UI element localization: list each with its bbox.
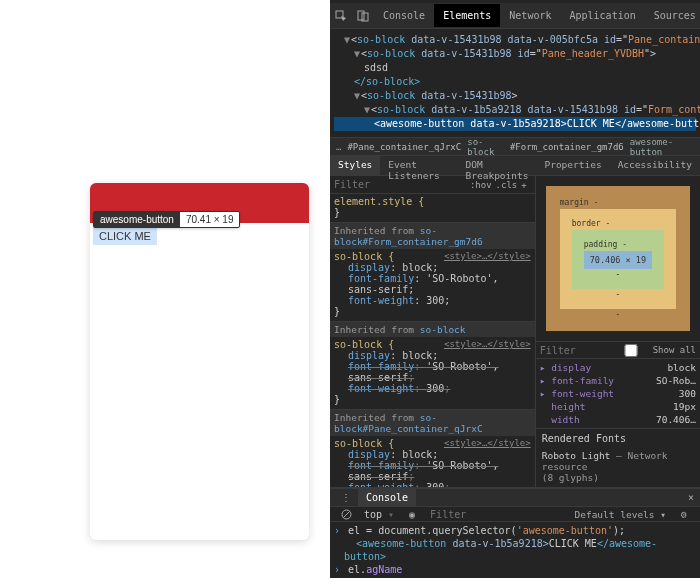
clear-console-icon[interactable] bbox=[339, 507, 353, 521]
tooltip-tag: awesome-button bbox=[94, 212, 180, 227]
box-model: margin - border - padding - 70.406 × 19 … bbox=[536, 176, 700, 341]
drawer-tab-console[interactable]: Console bbox=[358, 489, 416, 506]
subtab-properties[interactable]: Properties bbox=[536, 156, 609, 175]
show-all-checkbox[interactable]: Show all bbox=[611, 344, 696, 357]
page-viewport: sdsd CLICK ME bbox=[0, 0, 330, 578]
subtab-dom-bp[interactable]: DOM Breakpoints bbox=[458, 156, 537, 175]
drawer-kebab-icon[interactable]: ⋮ bbox=[339, 491, 353, 505]
tab-network[interactable]: Network bbox=[500, 4, 560, 27]
dom-tree[interactable]: ▼<so-block data-v-15431b98 data-v-005bfc… bbox=[330, 29, 700, 138]
computed-list: ▸ displayblock ▸ font-familySO-Rob… ▸ fo… bbox=[536, 359, 700, 428]
rendered-fonts-body: Roboto Light — Network resource (8 glyph… bbox=[536, 448, 700, 485]
inspect-tooltip: awesome-button 70.41 × 19 bbox=[93, 211, 240, 228]
subtab-styles[interactable]: Styles bbox=[330, 156, 380, 175]
selected-dom-node[interactable]: <awesome-button data-v-1b5a9218>CLICK ME… bbox=[334, 117, 696, 131]
hov-toggle[interactable]: :hov bbox=[470, 180, 492, 190]
subtab-accessibility[interactable]: Accessibility bbox=[610, 156, 700, 175]
computed-pane: margin - border - padding - 70.406 × 19 … bbox=[536, 176, 700, 487]
tab-console[interactable]: Console bbox=[374, 4, 434, 27]
styles-filter-input[interactable] bbox=[334, 179, 394, 190]
computed-filter-input[interactable] bbox=[540, 345, 580, 356]
styles-pane: :hov .cls + element.style { } Inherited … bbox=[330, 176, 536, 487]
tab-sources[interactable]: Sources bbox=[645, 4, 700, 27]
console-filter-input[interactable] bbox=[430, 509, 480, 520]
context-selector[interactable]: top bbox=[364, 509, 382, 520]
breadcrumb[interactable]: … #Pane_container_qJrxC so-block #Form_c… bbox=[330, 138, 700, 156]
awesome-button[interactable]: CLICK ME bbox=[93, 227, 157, 245]
svg-rect-1 bbox=[358, 11, 364, 20]
card: sdsd CLICK ME bbox=[90, 183, 309, 540]
rendered-fonts-header: Rendered Fonts bbox=[536, 428, 700, 448]
console-drawer: ⋮ Console × top ▾ ◉ Default levels ▾ ⚙ ›… bbox=[330, 488, 700, 578]
svg-line-4 bbox=[343, 511, 349, 517]
subtab-event-listeners[interactable]: Event Listeners bbox=[380, 156, 457, 175]
device-toggle-icon[interactable] bbox=[357, 9, 369, 23]
inspect-icon[interactable] bbox=[335, 9, 347, 23]
tooltip-dims: 70.41 × 19 bbox=[180, 212, 240, 227]
console-output[interactable]: › el = document.querySelector('awesome-b… bbox=[330, 522, 700, 578]
new-rule-icon[interactable]: + bbox=[521, 180, 526, 190]
tab-application[interactable]: Application bbox=[560, 4, 644, 27]
log-levels[interactable]: Default levels ▾ bbox=[574, 509, 666, 520]
styles-subtabs: Styles Event Listeners DOM Breakpoints P… bbox=[330, 156, 700, 176]
eye-icon[interactable]: ◉ bbox=[405, 507, 419, 521]
cls-toggle[interactable]: .cls bbox=[496, 180, 518, 190]
gear-icon[interactable]: ⚙ bbox=[677, 507, 691, 521]
tab-elements[interactable]: Elements bbox=[434, 4, 500, 27]
devtools-panel: Console Elements Network Application Sou… bbox=[330, 3, 700, 578]
drawer-close-icon[interactable]: × bbox=[688, 492, 694, 503]
devtools-tabbar: Console Elements Network Application Sou… bbox=[330, 3, 700, 29]
